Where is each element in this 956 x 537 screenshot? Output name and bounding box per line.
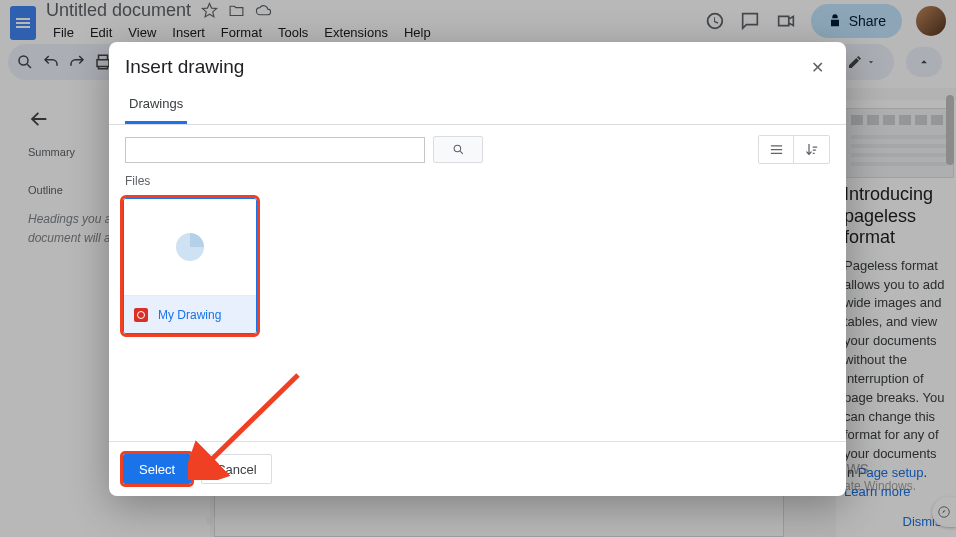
search-input[interactable] — [125, 137, 425, 163]
search-button[interactable] — [433, 136, 483, 163]
files-section-label: Files — [109, 174, 846, 192]
cancel-button[interactable]: Cancel — [201, 454, 271, 484]
file-thumbnail — [124, 199, 256, 295]
svg-point-2 — [454, 145, 461, 152]
files-grid: My Drawing — [109, 192, 846, 441]
file-name: My Drawing — [158, 308, 221, 322]
dialog-title: Insert drawing — [125, 56, 244, 78]
select-button[interactable]: Select — [123, 454, 191, 484]
tab-drawings[interactable]: Drawings — [125, 90, 187, 124]
file-item-my-drawing[interactable]: My Drawing — [123, 198, 257, 334]
sort-button[interactable] — [794, 136, 829, 163]
drawing-type-icon — [134, 308, 148, 322]
insert-drawing-dialog: Insert drawing ✕ Drawings Files My Drawi… — [109, 42, 846, 496]
list-view-button[interactable] — [759, 136, 794, 163]
close-icon[interactable]: ✕ — [804, 54, 830, 80]
